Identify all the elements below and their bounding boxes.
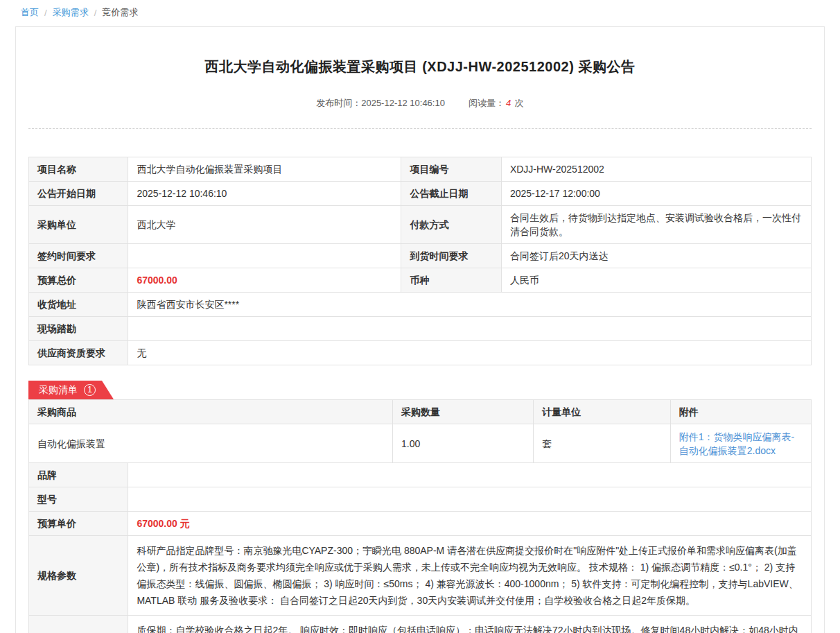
unit-price-value: 67000.00 元 (128, 512, 812, 536)
breadcrumb-separator: / (44, 8, 47, 18)
table-row: 供应商资质要求 无 (29, 341, 812, 365)
field-label: 项目编号 (401, 157, 502, 182)
table-row: 品牌 (29, 463, 812, 487)
breadcrumb-link-home[interactable]: 首页 (21, 6, 39, 19)
field-label: 现场踏勘 (29, 317, 128, 341)
product-unit: 套 (534, 424, 671, 463)
field-label: 公告开始日期 (29, 182, 128, 206)
breadcrumb-separator: / (94, 8, 97, 18)
attachment-link[interactable]: 附件1：货物类响应偏离表-自动化偏振装置2.docx (679, 431, 794, 456)
purchase-list-table: 采购商品 采购数量 计量单位 附件 自动化偏振装置 1.00 套 附件1：货物类… (28, 399, 812, 463)
table-row: 采购单位 西北大学 付款方式 合同生效后，待货物到达指定地点、安装调试验收合格后… (29, 206, 812, 244)
field-value (128, 244, 401, 268)
table-row: 预算单价 67000.00 元 (29, 512, 812, 536)
field-value: XDJJ-HW-202512002 (501, 157, 811, 182)
table-row: 规格参数 科研产品指定品牌型号：南京驰豫光电CYAPZ-300；宇瞬光电 880… (29, 536, 812, 616)
breadcrumb-current: 竞价需求 (102, 6, 138, 19)
column-header: 计量单位 (534, 400, 671, 424)
publish-time-label: 发布时间： (316, 98, 361, 108)
field-value: 西北大学自动化偏振装置采购项目 (128, 157, 401, 182)
spec-parameters-value: 科研产品指定品牌型号：南京驰豫光电CYAPZ-300；宇瞬光电 880AP-M … (128, 536, 812, 616)
field-label: 采购单位 (29, 206, 128, 244)
table-header-row: 采购商品 采购数量 计量单位 附件 (29, 400, 812, 424)
field-value: 陕西省西安市长安区**** (128, 293, 812, 317)
announcement-meta: 发布时间：2025-12-12 10:46:10阅读量：4 次 (28, 97, 812, 110)
field-value: 合同生效后，待货物到达指定地点、安装调试验收合格后，一次性付清合同货款。 (501, 206, 811, 244)
read-count-unit: 次 (515, 98, 524, 108)
page-title: 西北大学自动化偏振装置采购项目 (XDJJ-HW-202512002) 采购公告 (28, 58, 812, 76)
field-label: 收货地址 (29, 293, 128, 317)
field-label: 售后服务 (29, 616, 128, 633)
field-label: 预算总价 (29, 268, 128, 293)
field-label: 到货时间要求 (401, 244, 502, 268)
field-label: 签约时间要求 (29, 244, 128, 268)
dashed-divider (28, 128, 812, 129)
field-value: 西北大学 (128, 206, 401, 244)
table-row: 公告开始日期 2025-12-12 10:46:10 公告截止日期 2025-1… (29, 182, 812, 206)
table-row: 现场踏勘 (29, 317, 812, 341)
purchase-list-tag: 采购清单 1 (28, 381, 114, 399)
column-header: 采购数量 (392, 400, 533, 424)
field-value (128, 317, 812, 341)
field-label: 币种 (401, 268, 502, 293)
column-header: 采购商品 (29, 400, 393, 424)
after-sales-value: 质保期：自学校验收合格之日起2年。 响应时效：即时响应（包括电话响应）；电话响应… (128, 616, 812, 633)
read-count-label: 阅读量： (469, 98, 505, 108)
project-info-table: 项目名称 西北大学自动化偏振装置采购项目 项目编号 XDJJ-HW-202512… (28, 157, 812, 365)
field-label: 型号 (29, 487, 128, 512)
field-label: 供应商资质要求 (29, 341, 128, 365)
read-count-value: 4 (505, 98, 512, 108)
field-label: 预算单价 (29, 512, 128, 536)
column-header: 附件 (670, 400, 811, 424)
budget-total-value: 67000.00 (128, 268, 401, 293)
purchase-list-count-badge: 1 (84, 384, 96, 396)
table-row: 预算总价 67000.00 币种 人民币 (29, 268, 812, 293)
table-row: 收货地址 陕西省西安市长安区**** (29, 293, 812, 317)
field-label: 付款方式 (401, 206, 502, 244)
product-name: 自动化偏振装置 (29, 424, 393, 463)
table-row: 项目名称 西北大学自动化偏振装置采购项目 项目编号 XDJJ-HW-202512… (29, 157, 812, 182)
field-value: 2025-12-12 10:46:10 (128, 182, 401, 206)
field-value: 2025-12-17 12:00:00 (501, 182, 811, 206)
field-label: 规格参数 (29, 536, 128, 616)
field-label: 项目名称 (29, 157, 128, 182)
field-label: 公告截止日期 (401, 182, 502, 206)
announcement-card: 西北大学自动化偏振装置采购项目 (XDJJ-HW-202512002) 采购公告… (15, 26, 825, 633)
product-quantity: 1.00 (392, 424, 533, 463)
field-value: 人民币 (501, 268, 811, 293)
breadcrumb: 首页 / 采购需求 / 竞价需求 (0, 0, 840, 19)
publish-time-value: 2025-12-12 10:46:10 (361, 98, 445, 108)
breadcrumb-link-procurement[interactable]: 采购需求 (53, 6, 89, 19)
product-detail-table: 品牌 型号 预算单价 67000.00 元 规格参数 科研产品指定品牌型号：南京… (28, 462, 812, 633)
table-row: 型号 (29, 487, 812, 512)
purchase-list-tag-label: 采购清单 (39, 384, 78, 397)
field-value: 合同签订后20天内送达 (501, 244, 811, 268)
field-value (128, 487, 812, 512)
table-row: 售后服务 质保期：自学校验收合格之日起2年。 响应时效：即时响应（包括电话响应）… (29, 616, 812, 633)
field-label: 品牌 (29, 463, 128, 487)
field-value (128, 463, 812, 487)
table-row: 自动化偏振装置 1.00 套 附件1：货物类响应偏离表-自动化偏振装置2.doc… (29, 424, 812, 463)
field-value: 无 (128, 341, 812, 365)
table-row: 签约时间要求 到货时间要求 合同签订后20天内送达 (29, 244, 812, 268)
